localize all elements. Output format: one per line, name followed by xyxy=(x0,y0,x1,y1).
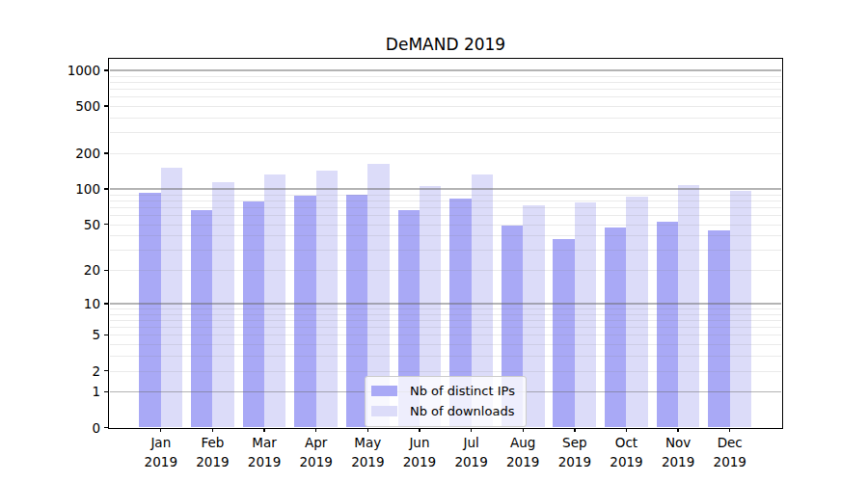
x-tick-month: Jun xyxy=(403,433,436,452)
legend-label: Nb of distinct IPs xyxy=(410,384,515,398)
figure: DeMAND 2019 01251020501002005001000Jan20… xyxy=(0,0,868,482)
x-tick-label: Sep2019 xyxy=(558,433,591,471)
x-tick-month: Mar xyxy=(248,433,281,452)
x-tick-year: 2019 xyxy=(610,452,642,471)
x-tick-year: 2019 xyxy=(196,452,229,471)
x-tick-year: 2019 xyxy=(351,452,384,471)
x-tick-label: Feb2019 xyxy=(196,433,229,471)
x-tick-month: Jul xyxy=(454,433,487,452)
chart-title: DeMAND 2019 xyxy=(109,35,782,54)
x-tick-year: 2019 xyxy=(403,452,436,471)
legend: Nb of distinct IPsNb of downloads xyxy=(365,376,527,427)
y-tick-label: 100 xyxy=(27,181,100,197)
x-tick-month: Aug xyxy=(506,433,539,452)
x-tick-year: 2019 xyxy=(714,452,746,471)
y-tick-label: 50 xyxy=(27,216,100,231)
y-tick-label: 200 xyxy=(27,146,100,161)
x-tick-label: Apr2019 xyxy=(300,433,333,471)
x-tick-label: May2019 xyxy=(351,433,384,471)
x-tick-label: Jan2019 xyxy=(145,433,177,471)
x-tick-year: 2019 xyxy=(300,452,333,471)
x-tick-label: Jul2019 xyxy=(454,433,487,471)
legend-swatch xyxy=(371,386,397,396)
x-tick-label: Aug2019 xyxy=(506,433,539,471)
legend-row: Nb of distinct IPs xyxy=(371,381,518,401)
y-tick-label: 0 xyxy=(27,419,100,435)
x-tick-label: Mar2019 xyxy=(248,433,281,471)
y-tick-label: 1 xyxy=(27,384,100,399)
y-tick-label: 5 xyxy=(27,327,100,342)
x-tick-month: May xyxy=(351,433,384,452)
y-tick-label: 10 xyxy=(27,296,100,311)
x-tick-year: 2019 xyxy=(248,452,281,471)
y-tick-label: 500 xyxy=(27,98,100,114)
x-tick-month: Nov xyxy=(662,433,694,452)
legend-swatch xyxy=(371,406,397,416)
x-tick-year: 2019 xyxy=(145,452,177,471)
plot-frame xyxy=(108,58,783,429)
x-tick-label: Dec2019 xyxy=(714,433,746,471)
x-tick-label: Nov2019 xyxy=(662,433,694,471)
y-tick-label: 1000 xyxy=(27,63,100,78)
x-tick-month: Apr xyxy=(300,433,333,452)
x-tick-month: Sep xyxy=(558,433,591,452)
x-tick-label: Oct2019 xyxy=(610,433,642,471)
x-tick-month: Feb xyxy=(196,433,229,452)
x-tick-month: Jan xyxy=(145,433,177,452)
legend-row: Nb of downloads xyxy=(371,401,518,421)
x-tick-year: 2019 xyxy=(662,452,694,471)
x-tick-year: 2019 xyxy=(558,452,591,471)
x-tick-label: Jun2019 xyxy=(403,433,436,471)
x-tick-year: 2019 xyxy=(454,452,487,471)
x-tick-year: 2019 xyxy=(506,452,539,471)
x-tick-month: Oct xyxy=(610,433,642,452)
x-tick-month: Dec xyxy=(714,433,746,452)
legend-label: Nb of downloads xyxy=(410,404,514,418)
y-tick-label: 2 xyxy=(27,362,100,378)
y-tick-label: 20 xyxy=(27,262,100,278)
